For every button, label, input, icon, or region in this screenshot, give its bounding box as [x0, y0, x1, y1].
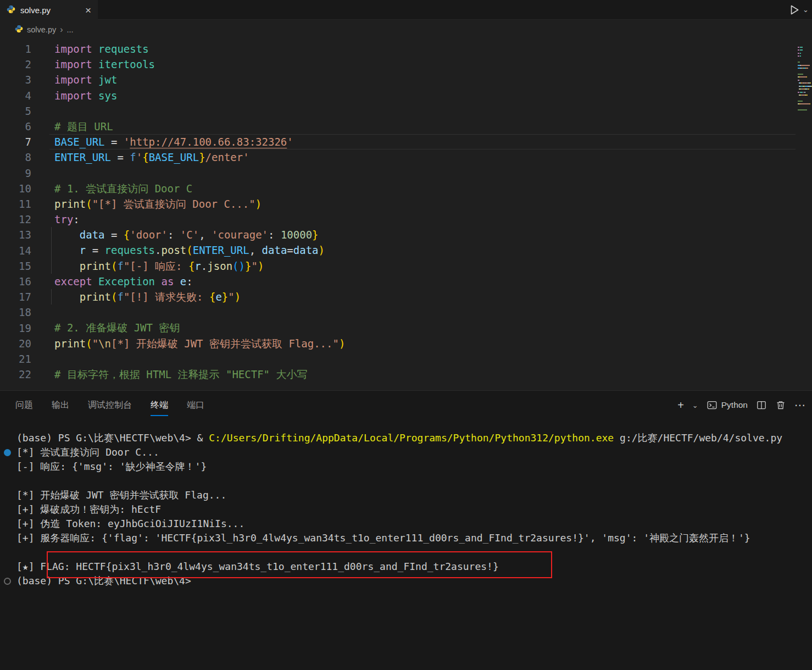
gutter: 12345678910111213141516171819202122 [0, 41, 31, 382]
token: BASE_URL [54, 136, 105, 148]
run-button[interactable] [788, 4, 800, 16]
line-number: 1 [0, 41, 31, 57]
line-number: 10 [0, 181, 31, 196]
token: [*] 尝试直接访问 Door C... [16, 446, 159, 458]
panel-tabs: 问题输出调试控制台终端端口 [15, 391, 204, 419]
minimap-line [798, 92, 811, 93]
token: { [124, 229, 130, 241]
code-line: # 1. 尝试直接访问 Door C [54, 181, 794, 196]
panel-tab-4[interactable]: 终端 [151, 391, 168, 419]
tab-solve-py[interactable]: solve.py × [0, 0, 98, 20]
token: import [54, 74, 92, 86]
token: "[*] 尝试直接访问 Door C..." [92, 198, 255, 210]
token: { [188, 260, 194, 272]
token: sys [98, 90, 117, 102]
minimap-line [798, 68, 811, 69]
token: (base) PS G:\比赛\HECTF\web\4> [16, 575, 191, 586]
panel-tab-1[interactable]: 问题 [15, 391, 33, 419]
minimap-line [798, 95, 811, 96]
minimap-line [798, 53, 811, 54]
breadcrumb-symbol-more[interactable]: ... [67, 25, 74, 34]
token: (base) PS G:\比赛\HECTF\web\4> & [16, 432, 209, 444]
token: { [209, 291, 215, 303]
line-number: 3 [0, 72, 31, 87]
terminal-shell-item[interactable]: Python [707, 400, 748, 411]
token: = [105, 136, 124, 148]
python-icon [15, 25, 23, 35]
code-line: ENTER_URL = f'{BASE_URL}/enter' [54, 149, 794, 165]
run-dropdown-chevron-icon[interactable]: ⌄ [803, 5, 809, 14]
command-decoration-hollow[interactable] [4, 578, 11, 585]
close-icon[interactable]: × [85, 5, 91, 15]
command-decoration-filled[interactable] [4, 449, 11, 456]
token: import [54, 43, 92, 55]
token: as [162, 275, 174, 287]
panel-tab-2[interactable]: 输出 [52, 391, 69, 419]
token: json [207, 260, 232, 272]
code-line: print(f"[-] 响应: {r.json()}") [54, 258, 794, 274]
token: [*] 开始爆破 JWT 密钥并尝试获取 Flag... [16, 489, 226, 501]
kill-terminal-button[interactable] [775, 400, 786, 411]
token: . [155, 244, 161, 256]
token: [★] FLAG: HECTF{pix3l_h3r0_4lw4ys_wan34t… [16, 561, 499, 572]
editor-tab-bar: solve.py × ⌄ [0, 0, 812, 20]
terminal-output[interactable]: (base) PS G:\比赛\HECTF\web\4> & C:/Users/… [16, 431, 808, 588]
token: 10000 [281, 229, 312, 241]
token [174, 275, 180, 287]
code-line: print("\n[*] 开始爆破 JWT 密钥并尝试获取 Flag...") [54, 336, 794, 351]
token: /enter' [205, 151, 249, 163]
more-actions-button[interactable]: ⋯ [794, 400, 805, 411]
new-terminal-button[interactable]: + [677, 400, 684, 411]
split-terminal-button[interactable] [756, 400, 767, 411]
token [92, 275, 98, 287]
token: # 目标字符，根据 HTML 注释提示 "HECTF" 大小写 [54, 368, 307, 380]
minimap-line [798, 109, 811, 110]
token: ( [86, 198, 92, 210]
minimap-mark [799, 80, 799, 81]
code-lines: import requestsimport itertoolsimport jw… [54, 41, 794, 382]
token: " [251, 260, 257, 272]
token: except [54, 275, 92, 287]
token: " [228, 291, 234, 303]
token: 'door' [130, 229, 168, 241]
token [92, 58, 98, 70]
token: print [54, 337, 86, 350]
code-editor[interactable]: 12345678910111213141516171819202122 impo… [0, 40, 812, 390]
token: () [232, 260, 245, 272]
url-link[interactable]: http://47.100.66.83:32326 [130, 136, 287, 148]
code-line: except Exception as e: [54, 274, 794, 289]
token: try [54, 213, 73, 225]
panel-tab-3[interactable]: 调试控制台 [88, 391, 132, 419]
token: itertools [98, 58, 155, 70]
minimap-mark [801, 103, 810, 104]
minimap-mark [802, 65, 809, 66]
minimap-line [798, 59, 811, 60]
token: = [111, 151, 130, 163]
token: } [222, 291, 228, 303]
token: } [199, 151, 205, 163]
token: ( [111, 291, 117, 303]
token: ) [339, 337, 345, 350]
token: ( [111, 260, 117, 272]
breadcrumb-file[interactable]: solve.py [27, 25, 56, 34]
token: [*] 开始爆破 JWT 密钥并尝试获取 Flag..." [111, 337, 339, 350]
minimap-line [798, 47, 811, 48]
panel-tab-5[interactable]: 端口 [187, 391, 204, 419]
code-line: import requests [54, 41, 794, 57]
minimap-mark [798, 109, 807, 110]
minimap[interactable] [798, 47, 811, 113]
terminal-profile-chevron-icon[interactable]: ⌄ [692, 401, 698, 409]
terminal-line: [+] 服务器响应: {'flag': 'HECTF{pix3l_h3r0_4l… [16, 531, 808, 545]
token [54, 260, 80, 272]
minimap-mark [810, 103, 810, 104]
token [54, 244, 80, 256]
token: data [80, 229, 105, 241]
minimap-mark [800, 56, 801, 57]
token: " [92, 337, 98, 350]
minimap-mark [810, 82, 811, 84]
terminal-line: [+] 爆破成功！密钥为: hEctF [16, 502, 808, 517]
code-line: BASE_URL = 'http://47.100.66.83:32326' [54, 134, 794, 149]
terminal-icon [707, 400, 718, 411]
code-line [54, 103, 794, 119]
panel-header: 问题输出调试控制台终端端口 + ⌄ Python [0, 391, 812, 419]
